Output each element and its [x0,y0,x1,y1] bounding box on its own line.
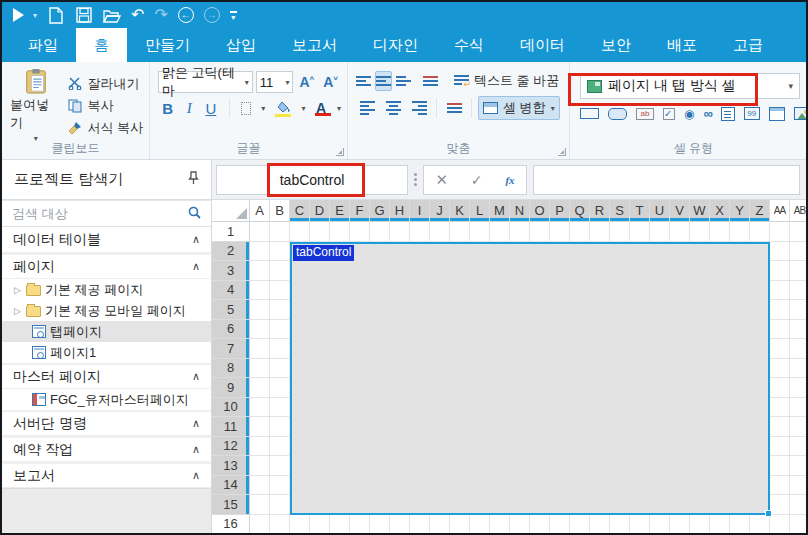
align-bottom-button[interactable] [396,71,411,91]
row-header-2[interactable]: 2 [212,242,250,262]
redo-icon[interactable]: ↷ [154,7,167,23]
row-header-7[interactable]: 7 [212,339,250,359]
cell-AB4[interactable] [790,281,806,301]
cell-F1[interactable] [350,222,370,242]
row-header-1[interactable]: 1 [212,222,250,242]
tab-formula[interactable]: 수식 [436,28,502,62]
cell-A4[interactable] [250,281,270,301]
cell-E1[interactable] [330,222,350,242]
cell-AB6[interactable] [790,320,806,340]
column-header-K[interactable]: K [450,200,470,222]
expander-icon[interactable]: ▷ [14,306,22,316]
search-icon[interactable] [188,205,201,223]
section-master-pages[interactable]: 마스터 페이지∧ [2,363,211,389]
cell-B16[interactable] [270,515,290,534]
cell-A7[interactable] [250,339,270,359]
column-header-V[interactable]: V [670,200,690,222]
cell-P16[interactable] [550,515,570,534]
tab-file[interactable]: 파일 [10,28,76,62]
font-size-select[interactable]: 11 ▾ [256,71,294,93]
increase-indent-button[interactable] [443,98,465,118]
section-server-commands[interactable]: 서버단 명령∧ [2,410,211,436]
cell-B7[interactable] [270,339,290,359]
cell-B4[interactable] [270,281,290,301]
image-cell-icon[interactable] [794,106,808,121]
cell-AB13[interactable] [790,456,806,476]
cell-E16[interactable] [330,515,350,534]
column-header-C[interactable]: C [290,200,310,222]
borders-button[interactable] [241,102,251,115]
cell-AA2[interactable] [770,242,790,262]
format-painter-button[interactable]: 서식 복사 [67,119,143,137]
checkbox-cell-icon[interactable]: ✓ [663,106,675,121]
run-icon[interactable] [9,6,27,24]
cell-A1[interactable] [250,222,270,242]
cell-C16[interactable] [290,515,310,534]
cell-AB2[interactable] [790,242,806,262]
undo-icon[interactable]: ↶ [131,7,144,23]
expander-icon[interactable]: ▷ [14,285,22,295]
align-right-button[interactable] [408,98,430,118]
cell-V16[interactable] [670,515,690,534]
cell-AB9[interactable] [790,378,806,398]
cell-Y1[interactable] [730,222,750,242]
align-middle-button[interactable] [375,71,392,91]
toolbar-options-icon[interactable]: ▾ [230,11,237,20]
cell-B15[interactable] [270,495,290,515]
tab-home[interactable]: 홈 [76,28,127,62]
cell-O1[interactable] [530,222,550,242]
column-header-R[interactable]: R [590,200,610,222]
cell-A8[interactable] [250,359,270,379]
cell-I1[interactable] [410,222,430,242]
column-header-X[interactable]: X [710,200,730,222]
confirm-icon[interactable]: ✓ [471,172,483,188]
cell-AA12[interactable] [770,437,790,457]
link-cell-icon[interactable]: ∞ [703,106,711,121]
decrease-indent-button[interactable] [423,71,438,91]
cell-AA16[interactable] [770,515,790,534]
cell-AB14[interactable] [790,476,806,496]
cell-N1[interactable] [510,222,530,242]
cell-AA7[interactable] [770,339,790,359]
column-header-A[interactable]: A [250,200,270,222]
shrink-font-button[interactable]: A˅ [320,74,341,90]
row-header-3[interactable]: 3 [212,261,250,281]
tab-report[interactable]: 보고서 [274,28,355,62]
run-caret-icon[interactable]: ▾ [33,11,37,20]
cell-B5[interactable] [270,300,290,320]
wrap-text-button[interactable]: ↵ 텍스트 줄 바꿈 [450,70,563,92]
cell-B14[interactable] [270,476,290,496]
font-color-caret-icon[interactable]: ▾ [337,104,341,113]
cell-AB16[interactable] [790,515,806,534]
date-cell-icon[interactable] [769,106,785,121]
cell-Z1[interactable] [750,222,770,242]
cell-AB11[interactable] [790,417,806,437]
column-header-G[interactable]: G [370,200,390,222]
cell-W1[interactable] [690,222,710,242]
cell-AA9[interactable] [770,378,790,398]
cell-R1[interactable] [590,222,610,242]
cell-B12[interactable] [270,437,290,457]
cancel-icon[interactable]: ✕ [435,171,448,189]
name-box[interactable]: tabControl [216,165,408,195]
back-icon[interactable]: ← [178,7,194,23]
tab-security[interactable]: 보안 [583,28,649,62]
cell-A14[interactable] [250,476,270,496]
cell-S16[interactable] [610,515,630,534]
underline-button[interactable]: U [205,100,217,117]
cell-AA6[interactable] [770,320,790,340]
cell-AA10[interactable] [770,398,790,418]
column-header-D[interactable]: D [310,200,330,222]
cell-C1[interactable] [290,222,310,242]
cell-A13[interactable] [250,456,270,476]
cell-T1[interactable] [630,222,650,242]
tab-insert[interactable]: 삽입 [208,28,274,62]
cell-B13[interactable] [270,456,290,476]
column-header-L[interactable]: L [470,200,490,222]
italic-button[interactable]: I [184,100,196,117]
section-reports[interactable]: 보고서∧ [2,462,211,488]
cell-AA1[interactable] [770,222,790,242]
selection-handle[interactable] [765,510,772,517]
tab-create[interactable]: 만들기 [127,28,208,62]
cell-W16[interactable] [690,515,710,534]
